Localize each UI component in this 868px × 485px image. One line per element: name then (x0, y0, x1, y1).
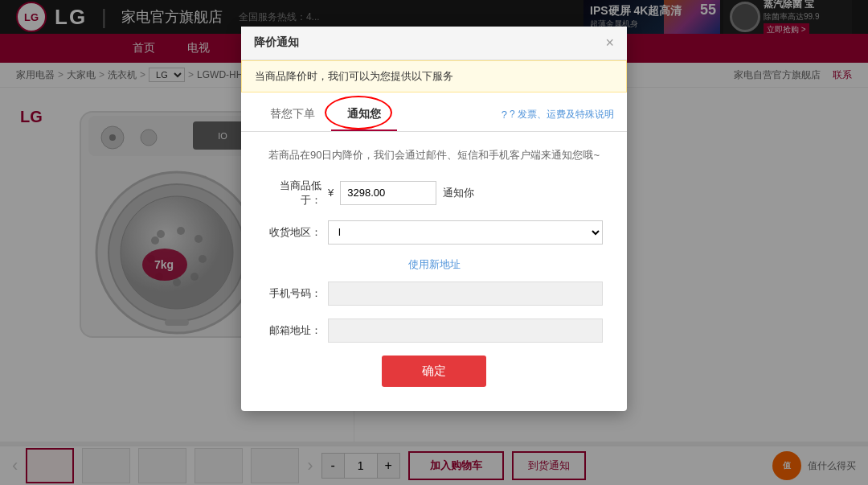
region-row: 收货地区： l (265, 220, 603, 245)
phone-row: 手机号码： (265, 282, 603, 306)
price-row: 当商品低于： ¥ 通知你 (265, 179, 603, 208)
phone-input[interactable] (328, 282, 603, 306)
new-address-row: 使用新地址 (265, 257, 603, 272)
help-icon: ? (502, 109, 507, 121)
modal-overlay: 降价通知 × 当商品降价时，我们可以为您提供以下服务 替您下单 通知您 ? ? … (0, 0, 868, 485)
price-field-label: 当商品低于： (265, 179, 321, 208)
new-address-link[interactable]: 使用新地址 (265, 257, 603, 272)
confirm-btn[interactable]: 确定 (382, 356, 486, 387)
price-threshold-input[interactable] (340, 181, 436, 205)
help-link[interactable]: ? 发票、运费及特殊说明 (510, 108, 614, 121)
price-alert-modal: 降价通知 × 当商品降价时，我们可以为您提供以下服务 替您下单 通知您 ? ? … (241, 27, 627, 411)
modal-help: ? ? 发票、运费及特殊说明 (502, 108, 614, 121)
modal-tab-notify[interactable]: 通知您 (331, 99, 397, 131)
phone-field-label: 手机号码： (265, 286, 321, 301)
region-field-label: 收货地区： (265, 225, 321, 240)
modal-title: 降价通知 (254, 35, 299, 50)
modal-tabs: 替您下单 通知您 ? ? 发票、运费及特殊说明 (241, 92, 627, 132)
modal-body: 若商品在90日内降价，我们会通过邮件、短信和手机客户端来通知您哦~ 当商品低于：… (241, 132, 627, 411)
price-unit-label: 通知你 (443, 186, 474, 200)
email-field-label: 邮箱地址： (265, 323, 321, 338)
modal-tab-order[interactable]: 替您下单 (254, 99, 331, 131)
email-row: 邮箱地址： (265, 319, 603, 343)
region-select[interactable]: l (328, 220, 603, 245)
modal-header: 降价通知 × (241, 27, 627, 60)
modal-description: 若商品在90日内降价，我们会通过邮件、短信和手机客户端来通知您哦~ (265, 148, 603, 162)
confirm-row: 确定 (265, 356, 603, 387)
modal-close-btn[interactable]: × (605, 35, 614, 51)
email-input[interactable] (328, 319, 603, 343)
modal-notice: 当商品降价时，我们可以为您提供以下服务 (241, 60, 627, 92)
